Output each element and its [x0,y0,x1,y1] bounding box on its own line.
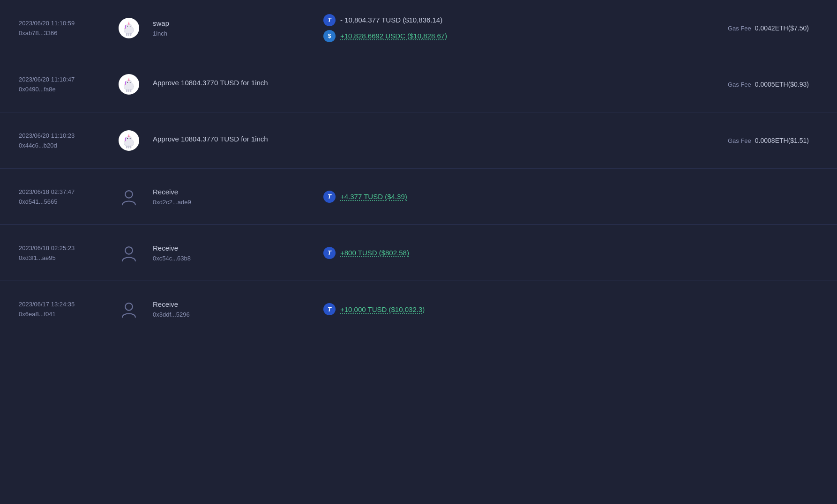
tx-time-section: 2023/06/18 02:37:470xd541...5665 [19,188,112,205]
gas-fee-label: Gas Fee [728,81,751,88]
tx-desc-section: Approve 10804.3770 TUSD for 1inch [145,79,309,89]
amount-text: +10,828.6692 USDC ($10,828.67) [340,32,447,40]
table-row[interactable]: 2023/06/17 13:24:350x6ea8...f041 Receive… [0,281,837,337]
tx-from[interactable]: 0xc54c...63b8 [153,255,309,262]
table-row[interactable]: 2023/06/20 11:10:590xab78...3366 [0,0,837,56]
tx-timestamp: 2023/06/18 02:25:23 [19,245,112,252]
svg-rect-7 [126,33,127,36]
unicorn-icon [119,130,139,151]
tx-icon-section [112,130,145,151]
tx-gas-section: Gas Fee0.0005ETH($0.93) [687,81,818,88]
amount-row: $+10,828.6692 USDC ($10,828.67) [323,30,687,42]
amount-text: +4.377 TUSD ($4.39) [340,193,407,200]
tx-action: Approve 10804.3770 TUSD for 1inch [153,135,309,143]
tusd-badge: T [323,303,336,315]
tx-desc-section: Receive0xd2c2...ade9 [145,188,309,206]
tx-action: Receive [153,244,309,252]
svg-rect-28 [128,145,129,148]
unicorn-icon [119,18,139,38]
svg-point-15 [127,82,128,82]
tx-from[interactable]: 0xd2c2...ade9 [153,199,309,206]
gas-fee-label: Gas Fee [728,25,751,32]
tusd-badge: T [323,191,336,203]
tx-timestamp: 2023/06/18 02:37:47 [19,188,112,195]
table-row[interactable]: 2023/06/18 02:37:470xd541...5665 Receive… [0,169,837,225]
tx-icon-section [112,300,145,318]
gas-fee-value: 0.0042ETH($7.50) [755,24,809,32]
tx-hash[interactable]: 0x6ea8...f041 [19,311,112,318]
svg-point-5 [127,25,128,26]
svg-rect-8 [128,33,129,36]
tx-time-section: 2023/06/17 13:24:350x6ea8...f041 [19,301,112,318]
tx-desc-section: Approve 10804.3770 TUSD for 1inch [145,135,309,146]
svg-point-25 [127,138,128,139]
tx-amounts-section: T+10,000 TUSD ($10,032.3) [309,303,687,315]
usdc-badge: $ [323,30,336,42]
svg-point-16 [130,82,131,82]
tx-desc-section: swap1inch [145,19,309,37]
tx-icon-section [112,74,145,95]
svg-rect-19 [130,89,131,92]
svg-rect-27 [126,145,127,148]
amount-row: T+10,000 TUSD ($10,032.3) [323,303,687,315]
tx-amounts-section: T+4.377 TUSD ($4.39) [309,191,687,203]
person-icon [120,244,138,262]
svg-rect-29 [130,145,131,148]
tx-timestamp: 2023/06/20 11:10:23 [19,132,112,139]
tx-time-section: 2023/06/20 11:10:230x44c6...b20d [19,132,112,149]
transaction-list: 2023/06/20 11:10:590xab78...3366 [0,0,837,337]
tx-time-section: 2023/06/20 11:10:590xab78...3366 [19,20,112,37]
table-row[interactable]: 2023/06/20 11:10:230x44c6...b20d [0,112,837,169]
gas-fee-label: Gas Fee [728,137,751,144]
tx-action: swap [153,19,309,27]
tusd-badge: T [323,14,336,26]
tx-time-section: 2023/06/20 11:10:470x0490...fa8e [19,76,112,93]
tx-desc-section: Receive0xc54c...63b8 [145,244,309,262]
tx-action: Receive [153,300,309,308]
svg-point-26 [130,138,131,139]
tx-hash[interactable]: 0xd3f1...ae95 [19,254,112,261]
tx-timestamp: 2023/06/20 11:10:59 [19,20,112,27]
table-row[interactable]: 2023/06/20 11:10:470x0490...fa8e [0,56,837,112]
table-row[interactable]: 2023/06/18 02:25:230xd3f1...ae95 Receive… [0,225,837,281]
tx-timestamp: 2023/06/17 13:24:35 [19,301,112,308]
person-icon [120,300,138,318]
person-icon [120,188,138,206]
tx-from[interactable]: 0x3ddf...5296 [153,311,309,318]
svg-point-30 [125,191,133,198]
tx-time-section: 2023/06/18 02:25:230xd3f1...ae95 [19,245,112,261]
gas-fee-value: 0.0005ETH($0.93) [755,81,809,88]
tx-desc-section: Receive0x3ddf...5296 [145,300,309,318]
amount-text: +800 TUSD ($802.58) [340,249,409,257]
tx-amounts-section: T+800 TUSD ($802.58) [309,247,687,259]
svg-point-6 [130,25,131,26]
tx-icon-section [112,244,145,262]
svg-point-32 [125,303,133,311]
tx-action: Receive [153,188,309,196]
tx-gas-section: Gas Fee0.0042ETH($7.50) [687,24,818,32]
tx-hash[interactable]: 0x0490...fa8e [19,86,112,93]
tx-icon-section [112,18,145,38]
tx-hash[interactable]: 0xab78...3366 [19,30,112,37]
tx-amounts-section: T- 10,804.377 TUSD ($10,836.14)$+10,828.… [309,14,687,42]
amount-text: - 10,804.377 TUSD ($10,836.14) [340,16,442,24]
amount-text: +10,000 TUSD ($10,032.3) [340,305,425,313]
tx-action: Approve 10804.3770 TUSD for 1inch [153,79,309,87]
tx-hash[interactable]: 0x44c6...b20d [19,142,112,149]
tx-timestamp: 2023/06/20 11:10:47 [19,76,112,83]
svg-point-31 [125,247,133,254]
tusd-badge: T [323,247,336,259]
amount-row: T+800 TUSD ($802.58) [323,247,687,259]
svg-rect-18 [128,89,129,92]
tx-icon-section [112,188,145,206]
tx-gas-section: Gas Fee0.0008ETH($1.51) [687,137,818,144]
gas-fee-value: 0.0008ETH($1.51) [755,137,809,144]
svg-rect-17 [126,89,127,92]
unicorn-icon [119,74,139,95]
amount-row: T+4.377 TUSD ($4.39) [323,191,687,203]
tx-hash[interactable]: 0xd541...5665 [19,198,112,205]
svg-rect-9 [130,33,131,36]
amount-row: T- 10,804.377 TUSD ($10,836.14) [323,14,687,26]
tx-from[interactable]: 1inch [153,30,309,37]
